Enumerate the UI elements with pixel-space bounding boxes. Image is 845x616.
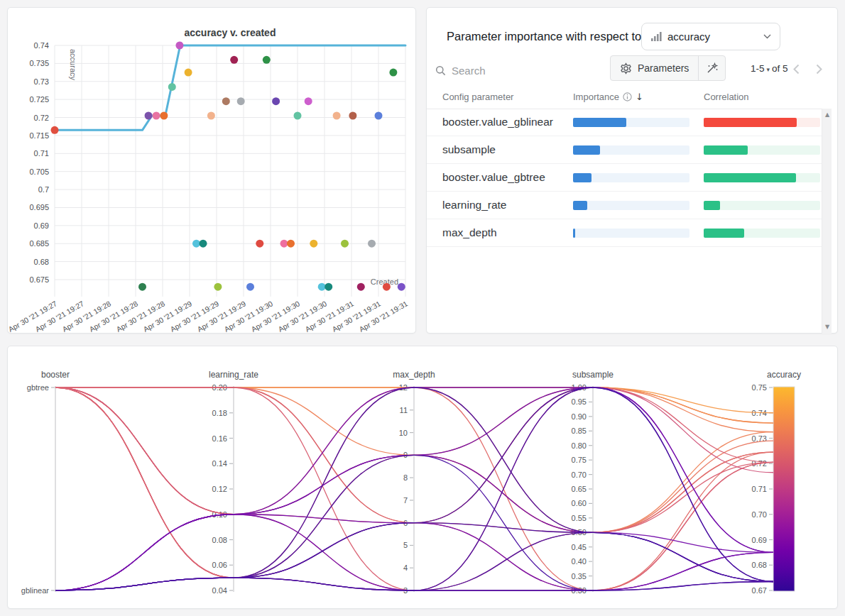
correlation-bar: [704, 173, 820, 182]
svg-text:0.55: 0.55: [572, 514, 587, 522]
parallel-coordinates-chart[interactable]: boostergbtreegblinearlearning_rate0.040.…: [8, 346, 837, 608]
run-point[interactable]: [237, 97, 245, 105]
run-point[interactable]: [246, 283, 254, 291]
svg-text:10: 10: [399, 429, 408, 437]
run-point[interactable]: [389, 69, 397, 77]
parameters-button-group: Parameters: [610, 55, 726, 81]
svg-text:0.12: 0.12: [212, 485, 227, 493]
scroll-down-icon[interactable]: ▼: [822, 322, 832, 332]
next-page-button[interactable]: [812, 62, 826, 76]
parameter-row[interactable]: booster.value_gblinear: [427, 109, 822, 136]
metric-selector[interactable]: accuracy: [641, 23, 780, 50]
run-point[interactable]: [287, 240, 295, 248]
parameter-name: booster.value_gblinear: [442, 116, 553, 128]
run-point[interactable]: [280, 240, 288, 248]
pagination-of: of 5: [772, 63, 788, 74]
run-point[interactable]: [207, 112, 215, 120]
column-header-config-parameter[interactable]: Config parameter: [442, 92, 513, 102]
run-point[interactable]: [168, 83, 176, 91]
run-point[interactable]: [214, 283, 222, 291]
run-point[interactable]: [294, 112, 302, 120]
run-point[interactable]: [230, 56, 238, 64]
svg-text:gblinear: gblinear: [21, 586, 49, 595]
run-point[interactable]: [325, 283, 332, 291]
run-point[interactable]: [272, 97, 280, 105]
run-point[interactable]: [368, 240, 376, 248]
run-point[interactable]: [222, 97, 230, 105]
accuracy-created-chart[interactable]: 0.6750.680.6850.690.6950.70.7050.710.715…: [8, 8, 415, 333]
pagination-range: 1-5: [751, 63, 765, 74]
scatter-panel: 0.6750.680.6850.690.6950.70.7050.710.715…: [7, 7, 416, 334]
svg-text:0.735: 0.735: [29, 59, 49, 67]
run-point[interactable]: [383, 283, 391, 291]
svg-text:0.71: 0.71: [752, 485, 767, 493]
svg-text:8: 8: [403, 473, 408, 482]
importance-bar: [573, 118, 689, 127]
svg-text:gbtree: gbtree: [27, 383, 49, 392]
table-scrollbar[interactable]: ▲ ▼: [822, 109, 832, 334]
sort-desc-icon: ↓: [636, 92, 643, 102]
column-header-correlation[interactable]: Correlation: [704, 92, 749, 102]
svg-text:0.71: 0.71: [34, 149, 49, 158]
previous-page-button[interactable]: [789, 62, 803, 76]
run-point[interactable]: [305, 97, 312, 105]
run-point[interactable]: [192, 240, 200, 248]
run-point[interactable]: [160, 112, 168, 120]
chevron-down-icon: [763, 34, 771, 39]
pagination-caret-icon: ▾: [767, 66, 770, 73]
svg-text:0.60: 0.60: [572, 499, 587, 507]
svg-text:0.68: 0.68: [34, 258, 49, 266]
magic-wand-button[interactable]: [699, 56, 725, 80]
correlation-bar: [704, 201, 820, 210]
svg-text:0.95: 0.95: [572, 397, 587, 406]
svg-text:0.7: 0.7: [38, 185, 49, 194]
svg-text:0.73: 0.73: [34, 77, 49, 86]
run-point[interactable]: [153, 112, 160, 120]
correlation-bar: [704, 118, 820, 127]
pagination-control[interactable]: 1-5 ▾ of 5: [751, 63, 788, 74]
svg-text:11: 11: [400, 406, 408, 414]
svg-text:learning_rate: learning_rate: [209, 370, 258, 380]
svg-text:0.74: 0.74: [34, 41, 49, 50]
scroll-up-icon[interactable]: ▲: [822, 110, 832, 120]
svg-text:0.18: 0.18: [212, 409, 227, 417]
run-point[interactable]: [333, 112, 341, 120]
chevron-left-icon: [793, 64, 800, 75]
search-field: [435, 62, 558, 79]
run-point[interactable]: [256, 240, 263, 248]
run-point[interactable]: [200, 240, 207, 248]
parameter-row[interactable]: subsample: [427, 136, 822, 164]
parameters-button[interactable]: Parameters: [611, 56, 699, 80]
run-point[interactable]: [341, 240, 349, 248]
importance-bar: [573, 173, 689, 182]
parameter-row[interactable]: booster.value_gbtree: [427, 164, 822, 192]
parameter-row[interactable]: learning_rate: [427, 192, 822, 219]
svg-text:4: 4: [403, 563, 408, 572]
svg-text:0.695: 0.695: [29, 203, 49, 211]
run-point[interactable]: [357, 283, 365, 291]
svg-text:0.08: 0.08: [212, 536, 227, 544]
run-point[interactable]: [145, 112, 153, 120]
run-point[interactable]: [349, 112, 356, 120]
svg-text:0.705: 0.705: [29, 167, 49, 176]
importance-bar: [573, 229, 689, 238]
table-header-row: Config parameter Importance ↓ Correlatio…: [427, 92, 822, 109]
svg-text:0.35: 0.35: [572, 572, 587, 581]
run-point[interactable]: [175, 42, 183, 50]
run-point[interactable]: [263, 56, 271, 64]
run-point[interactable]: [398, 283, 405, 291]
parameter-table: booster.value_gblinearsubsamplebooster.v…: [427, 109, 822, 247]
svg-text:0.725: 0.725: [29, 95, 49, 104]
parameter-row[interactable]: max_depth: [427, 219, 822, 247]
run-point[interactable]: [310, 240, 317, 248]
search-input[interactable]: [452, 65, 558, 77]
run-point[interactable]: [185, 69, 192, 77]
run-point[interactable]: [138, 283, 146, 291]
run-point[interactable]: [375, 112, 383, 120]
column-header-importance[interactable]: Importance ↓: [573, 92, 643, 102]
run-point[interactable]: [51, 126, 59, 134]
run-point[interactable]: [318, 283, 326, 291]
parameter-name: learning_rate: [442, 199, 506, 211]
svg-text:0.68: 0.68: [752, 561, 767, 569]
bar-chart-icon: [650, 31, 662, 43]
